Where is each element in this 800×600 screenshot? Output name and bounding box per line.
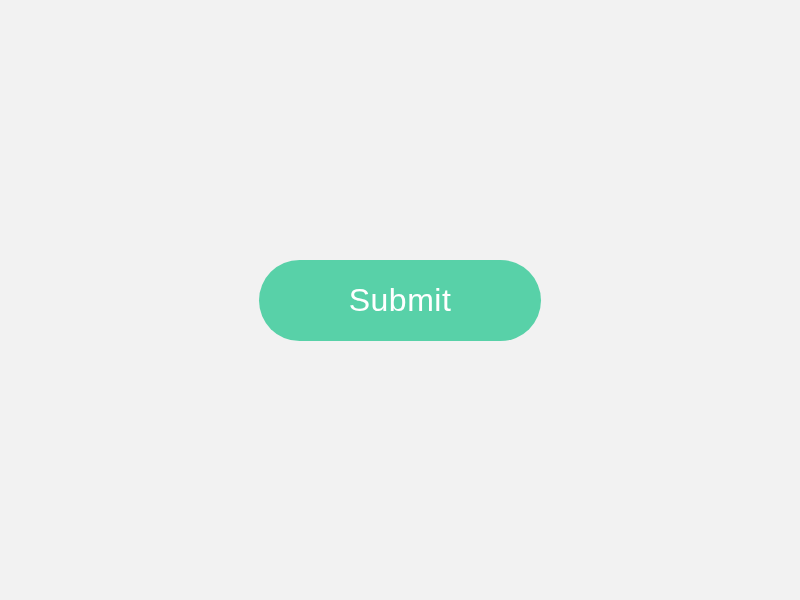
submit-button[interactable]: Submit: [259, 260, 542, 341]
